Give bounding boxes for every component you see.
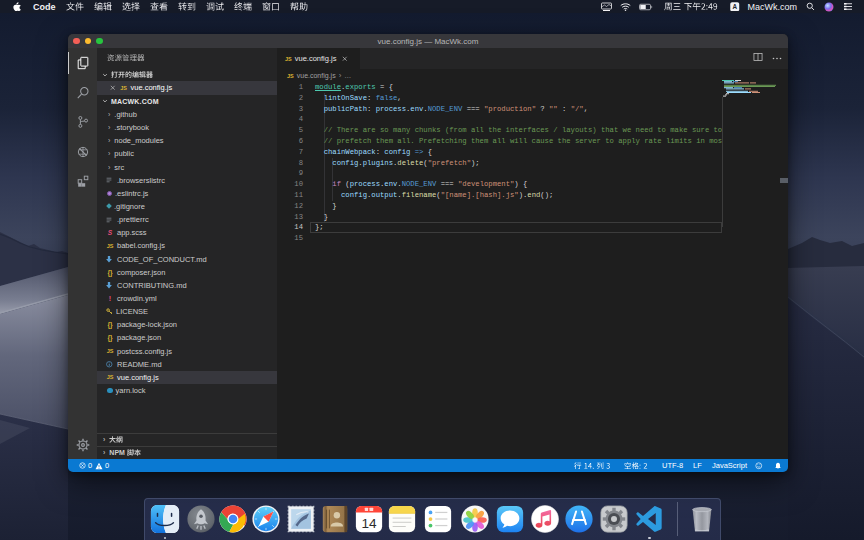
svg-text:14: 14 xyxy=(361,516,377,531)
svg-text:A: A xyxy=(732,3,737,10)
